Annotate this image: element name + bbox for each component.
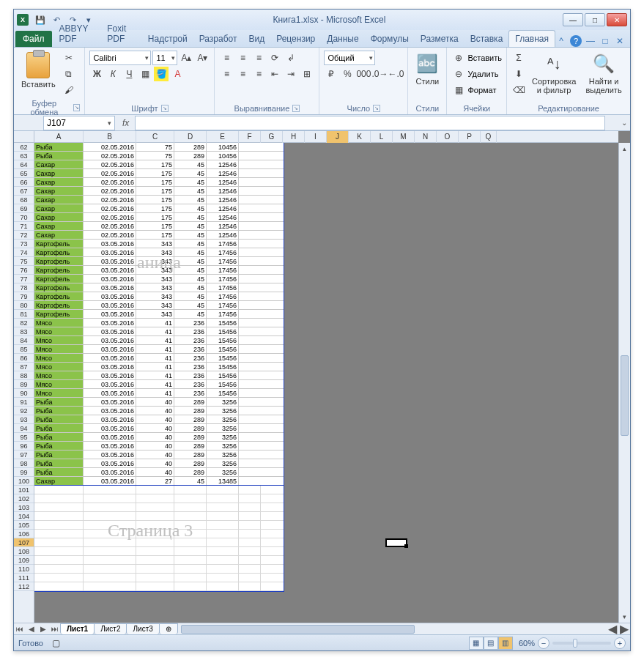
sheet-tab-Лист1[interactable]: Лист1 <box>60 623 95 634</box>
cell[interactable] <box>239 486 261 494</box>
cell[interactable]: 343 <box>136 240 174 248</box>
cell[interactable]: 02.05.2016 <box>84 187 136 195</box>
row-header[interactable]: 65 <box>14 169 34 178</box>
cell[interactable]: 15456 <box>207 345 239 353</box>
cell[interactable] <box>207 521 239 529</box>
decrease-indent-icon[interactable]: ⇤ <box>267 67 282 81</box>
cell[interactable]: Картофель <box>34 240 84 248</box>
row-header[interactable]: 101 <box>14 486 34 494</box>
delete-cells-icon[interactable]: ⊖ <box>451 67 466 81</box>
cell[interactable] <box>84 486 136 494</box>
sheet-nav-next-icon[interactable]: ▶ <box>37 625 49 633</box>
table-row[interactable] <box>34 538 284 547</box>
cell[interactable]: 3256 <box>207 468 239 476</box>
table-row[interactable]: Рыба03.05.2016402893256 <box>34 459 284 468</box>
cell[interactable]: Мясо <box>34 389 84 397</box>
cell[interactable] <box>207 556 239 564</box>
row-header[interactable]: 82 <box>14 319 34 327</box>
cell[interactable]: 45 <box>174 240 207 248</box>
cell[interactable]: 343 <box>136 292 174 300</box>
table-row[interactable]: Картофель03.05.20163434517456 <box>34 292 284 301</box>
cell[interactable]: 3256 <box>207 433 239 441</box>
table-row[interactable]: Сахар02.05.20161754512546 <box>34 160 284 169</box>
row-header[interactable]: 110 <box>14 565 34 574</box>
table-row[interactable] <box>34 494 284 503</box>
cell[interactable]: 03.05.2016 <box>84 354 136 362</box>
borders-icon[interactable]: ▦ <box>138 67 152 81</box>
cell[interactable]: Сахар <box>34 477 84 485</box>
format-painter-icon[interactable]: 🖌 <box>62 83 76 97</box>
cell[interactable]: 15456 <box>207 363 239 371</box>
row-header[interactable]: 86 <box>14 354 34 363</box>
cell[interactable] <box>207 582 239 590</box>
cell[interactable]: Картофель <box>34 292 84 300</box>
cells-viewport[interactable]: аница Рыба02.05.20167528910456Рыба02.05.… <box>34 143 618 623</box>
row-header[interactable]: 69 <box>14 204 34 213</box>
cell[interactable]: 41 <box>136 380 174 388</box>
maximize-button[interactable]: □ <box>585 13 605 26</box>
doc-minimize-icon[interactable]: — <box>585 35 596 47</box>
save-icon[interactable]: 💾 <box>33 12 48 27</box>
table-row[interactable]: Рыба03.05.2016402893256 <box>34 398 284 407</box>
merge-icon[interactable]: ⊞ <box>300 67 314 81</box>
row-header[interactable]: 106 <box>14 530 34 538</box>
cell[interactable]: 03.05.2016 <box>84 450 136 459</box>
cell[interactable]: 289 <box>174 450 207 459</box>
cell[interactable] <box>239 512 261 520</box>
cell[interactable]: 02.05.2016 <box>84 231 136 239</box>
cell[interactable] <box>136 494 174 503</box>
cell[interactable]: 236 <box>174 354 207 362</box>
col-header-L[interactable]: L <box>371 131 393 143</box>
zoom-slider[interactable] <box>552 642 611 645</box>
row-header[interactable]: 70 <box>14 213 34 222</box>
table-row[interactable]: Рыба03.05.2016402893256 <box>34 415 284 424</box>
cell[interactable]: Рыба <box>34 407 84 415</box>
cell[interactable]: 40 <box>136 468 174 476</box>
vscroll-thumb[interactable] <box>621 355 629 436</box>
cell[interactable]: 75 <box>136 152 174 160</box>
insert-cells-icon[interactable]: ⊕ <box>451 51 466 65</box>
cell[interactable]: 40 <box>136 442 174 450</box>
paste-button[interactable]: Вставить <box>18 51 59 90</box>
cell[interactable]: 343 <box>136 266 174 274</box>
cell[interactable]: 03.05.2016 <box>84 336 136 344</box>
cell[interactable] <box>84 547 136 555</box>
cell[interactable]: 175 <box>136 231 174 239</box>
cell[interactable]: 343 <box>136 310 174 318</box>
zoom-out-icon[interactable]: − <box>538 637 549 649</box>
name-box-dropdown-icon[interactable]: ▾ <box>108 119 111 127</box>
align-middle-icon[interactable]: ≡ <box>235 51 250 65</box>
table-row[interactable]: Мясо03.05.20164123615456 <box>34 363 284 371</box>
row-header[interactable]: 112 <box>14 582 34 591</box>
cell[interactable]: 236 <box>174 389 207 397</box>
cell[interactable]: 175 <box>136 196 174 204</box>
clipboard-dialog-icon[interactable]: ↘ <box>73 104 81 111</box>
table-row[interactable]: Сахар02.05.20161754512546 <box>34 196 284 204</box>
cell[interactable]: 03.05.2016 <box>84 257 136 265</box>
cell[interactable]: 343 <box>136 257 174 265</box>
bold-button[interactable]: Ж <box>89 67 104 81</box>
cell[interactable] <box>207 486 239 494</box>
comma-icon[interactable]: 000 <box>356 67 371 81</box>
cell[interactable]: 289 <box>174 433 207 441</box>
format-label[interactable]: Формат <box>467 86 496 94</box>
cell[interactable] <box>174 556 207 564</box>
col-header-F[interactable]: F <box>239 131 261 143</box>
cell[interactable]: 175 <box>136 204 174 212</box>
currency-icon[interactable]: ₽ <box>324 67 338 81</box>
cell[interactable]: 02.05.2016 <box>84 169 136 177</box>
cell[interactable]: 45 <box>174 292 207 300</box>
sheet-tab-Лист2[interactable]: Лист2 <box>94 623 127 634</box>
row-header[interactable]: 76 <box>14 266 34 275</box>
table-row[interactable]: Сахар02.05.20161754512546 <box>34 178 284 187</box>
cell[interactable] <box>84 556 136 564</box>
cell[interactable]: Картофель <box>34 310 84 318</box>
cell[interactable] <box>207 512 239 520</box>
col-header-P[interactable]: P <box>459 131 481 143</box>
table-row[interactable] <box>34 530 284 538</box>
page-break-view-icon[interactable]: ▥ <box>498 637 513 650</box>
tab-разработ[interactable]: Разработ <box>193 31 243 47</box>
cell[interactable] <box>239 503 261 511</box>
cell[interactable]: 12546 <box>207 204 239 212</box>
cell[interactable] <box>84 538 136 546</box>
